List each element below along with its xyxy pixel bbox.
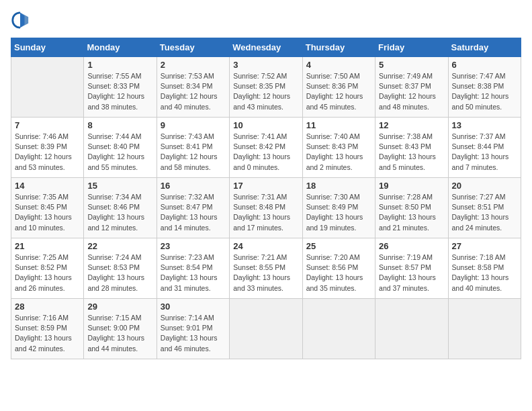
calendar-cell: 4Sunrise: 7:50 AM Sunset: 8:36 PM Daylig… [302, 57, 375, 118]
day-info: Sunrise: 7:31 AM Sunset: 8:48 PM Dayligh… [233, 192, 298, 233]
calendar-cell: 22Sunrise: 7:24 AM Sunset: 8:53 PM Dayli… [84, 238, 157, 299]
calendar-week-row: 28Sunrise: 7:16 AM Sunset: 8:59 PM Dayli… [11, 299, 521, 359]
weekday-header-wednesday: Wednesday [230, 38, 302, 57]
day-info: Sunrise: 7:35 AM Sunset: 8:45 PM Dayligh… [15, 192, 80, 233]
calendar-cell: 11Sunrise: 7:40 AM Sunset: 8:43 PM Dayli… [302, 118, 375, 178]
calendar-week-row: 7Sunrise: 7:46 AM Sunset: 8:39 PM Daylig… [11, 118, 521, 178]
day-info: Sunrise: 7:41 AM Sunset: 8:42 PM Dayligh… [233, 132, 298, 173]
day-number: 13 [452, 120, 517, 130]
day-number: 5 [379, 60, 444, 70]
weekday-header-saturday: Saturday [448, 38, 521, 57]
calendar-cell: 12Sunrise: 7:38 AM Sunset: 8:43 PM Dayli… [375, 118, 448, 178]
calendar-cell: 21Sunrise: 7:25 AM Sunset: 8:52 PM Dayli… [11, 238, 84, 299]
day-info: Sunrise: 7:46 AM Sunset: 8:39 PM Dayligh… [15, 132, 80, 173]
calendar-cell [302, 299, 375, 359]
day-info: Sunrise: 7:28 AM Sunset: 8:50 PM Dayligh… [379, 192, 444, 233]
calendar-cell: 6Sunrise: 7:47 AM Sunset: 8:38 PM Daylig… [448, 57, 521, 118]
day-number: 29 [87, 302, 152, 312]
calendar-week-row: 14Sunrise: 7:35 AM Sunset: 8:45 PM Dayli… [11, 178, 521, 238]
day-info: Sunrise: 7:14 AM Sunset: 9:01 PM Dayligh… [161, 313, 226, 354]
day-number: 18 [306, 181, 371, 191]
calendar-cell: 25Sunrise: 7:20 AM Sunset: 8:56 PM Dayli… [302, 238, 375, 299]
day-number: 24 [233, 241, 298, 251]
calendar-cell: 29Sunrise: 7:15 AM Sunset: 9:00 PM Dayli… [84, 299, 157, 359]
day-number: 30 [161, 302, 226, 312]
day-number: 23 [161, 241, 226, 251]
day-number: 27 [452, 241, 517, 251]
calendar-cell: 18Sunrise: 7:30 AM Sunset: 8:49 PM Dayli… [302, 178, 375, 238]
day-info: Sunrise: 7:15 AM Sunset: 9:00 PM Dayligh… [87, 313, 152, 354]
weekday-header-monday: Monday [84, 38, 157, 57]
day-number: 8 [87, 120, 152, 130]
day-number: 26 [379, 241, 444, 251]
day-number: 6 [452, 60, 517, 70]
calendar-week-row: 21Sunrise: 7:25 AM Sunset: 8:52 PM Dayli… [11, 238, 521, 299]
day-info: Sunrise: 7:38 AM Sunset: 8:43 PM Dayligh… [379, 132, 444, 173]
day-info: Sunrise: 7:21 AM Sunset: 8:55 PM Dayligh… [233, 253, 298, 293]
day-number: 17 [233, 181, 298, 191]
day-number: 21 [15, 241, 80, 251]
calendar-cell: 20Sunrise: 7:27 AM Sunset: 8:51 PM Dayli… [448, 178, 521, 238]
day-number: 20 [452, 181, 517, 191]
calendar-cell: 9Sunrise: 7:43 AM Sunset: 8:41 PM Daylig… [157, 118, 229, 178]
logo [11, 11, 31, 30]
calendar-cell [11, 57, 84, 118]
weekday-header-sunday: Sunday [11, 38, 84, 57]
day-number: 11 [306, 120, 371, 130]
day-number: 25 [306, 241, 371, 251]
calendar-cell: 16Sunrise: 7:32 AM Sunset: 8:47 PM Dayli… [157, 178, 229, 238]
day-info: Sunrise: 7:23 AM Sunset: 8:54 PM Dayligh… [161, 253, 226, 293]
calendar-cell: 3Sunrise: 7:52 AM Sunset: 8:35 PM Daylig… [230, 57, 302, 118]
day-number: 19 [379, 181, 444, 191]
day-info: Sunrise: 7:40 AM Sunset: 8:43 PM Dayligh… [306, 132, 371, 173]
day-number: 4 [306, 60, 371, 70]
day-info: Sunrise: 7:30 AM Sunset: 8:49 PM Dayligh… [306, 192, 371, 233]
calendar-cell: 13Sunrise: 7:37 AM Sunset: 8:44 PM Dayli… [448, 118, 521, 178]
day-number: 22 [87, 241, 152, 251]
weekday-header-friday: Friday [375, 38, 448, 57]
day-info: Sunrise: 7:55 AM Sunset: 8:33 PM Dayligh… [87, 71, 152, 112]
day-info: Sunrise: 7:43 AM Sunset: 8:41 PM Dayligh… [161, 132, 226, 173]
calendar-cell: 23Sunrise: 7:23 AM Sunset: 8:54 PM Dayli… [157, 238, 229, 299]
day-info: Sunrise: 7:24 AM Sunset: 8:53 PM Dayligh… [87, 253, 152, 293]
day-info: Sunrise: 7:19 AM Sunset: 8:57 PM Dayligh… [379, 253, 444, 293]
day-info: Sunrise: 7:18 AM Sunset: 8:58 PM Dayligh… [452, 253, 517, 293]
calendar-table: SundayMondayTuesdayWednesdayThursdayFrid… [11, 38, 521, 359]
day-number: 2 [161, 60, 226, 70]
day-info: Sunrise: 7:32 AM Sunset: 8:47 PM Dayligh… [161, 192, 226, 233]
calendar-cell: 19Sunrise: 7:28 AM Sunset: 8:50 PM Dayli… [375, 178, 448, 238]
day-number: 15 [87, 181, 152, 191]
day-number: 9 [161, 120, 226, 130]
day-info: Sunrise: 7:47 AM Sunset: 8:38 PM Dayligh… [452, 71, 517, 112]
calendar-cell: 1Sunrise: 7:55 AM Sunset: 8:33 PM Daylig… [84, 57, 157, 118]
weekday-header-tuesday: Tuesday [157, 38, 229, 57]
day-info: Sunrise: 7:37 AM Sunset: 8:44 PM Dayligh… [452, 132, 517, 173]
calendar-cell: 2Sunrise: 7:53 AM Sunset: 8:34 PM Daylig… [157, 57, 229, 118]
day-info: Sunrise: 7:49 AM Sunset: 8:37 PM Dayligh… [379, 71, 444, 112]
calendar-cell: 26Sunrise: 7:19 AM Sunset: 8:57 PM Dayli… [375, 238, 448, 299]
day-info: Sunrise: 7:50 AM Sunset: 8:36 PM Dayligh… [306, 71, 371, 112]
day-number: 1 [87, 60, 152, 70]
logo-icon [11, 11, 30, 30]
calendar-cell: 7Sunrise: 7:46 AM Sunset: 8:39 PM Daylig… [11, 118, 84, 178]
day-number: 28 [15, 302, 80, 312]
day-info: Sunrise: 7:27 AM Sunset: 8:51 PM Dayligh… [452, 192, 517, 233]
day-info: Sunrise: 7:44 AM Sunset: 8:40 PM Dayligh… [87, 132, 152, 173]
calendar-cell: 8Sunrise: 7:44 AM Sunset: 8:40 PM Daylig… [84, 118, 157, 178]
day-number: 7 [15, 120, 80, 130]
day-number: 3 [233, 60, 298, 70]
calendar-cell: 30Sunrise: 7:14 AM Sunset: 9:01 PM Dayli… [157, 299, 229, 359]
weekday-header-thursday: Thursday [302, 38, 375, 57]
page-header [11, 11, 521, 30]
calendar-cell: 5Sunrise: 7:49 AM Sunset: 8:37 PM Daylig… [375, 57, 448, 118]
day-number: 14 [15, 181, 80, 191]
day-number: 16 [161, 181, 226, 191]
day-number: 12 [379, 120, 444, 130]
calendar-week-row: 1Sunrise: 7:55 AM Sunset: 8:33 PM Daylig… [11, 57, 521, 118]
calendar-body: 1Sunrise: 7:55 AM Sunset: 8:33 PM Daylig… [11, 57, 521, 359]
calendar-cell: 24Sunrise: 7:21 AM Sunset: 8:55 PM Dayli… [230, 238, 302, 299]
day-info: Sunrise: 7:52 AM Sunset: 8:35 PM Dayligh… [233, 71, 298, 112]
day-info: Sunrise: 7:20 AM Sunset: 8:56 PM Dayligh… [306, 253, 371, 293]
day-info: Sunrise: 7:25 AM Sunset: 8:52 PM Dayligh… [15, 253, 80, 293]
calendar-header-row: SundayMondayTuesdayWednesdayThursdayFrid… [11, 38, 521, 57]
